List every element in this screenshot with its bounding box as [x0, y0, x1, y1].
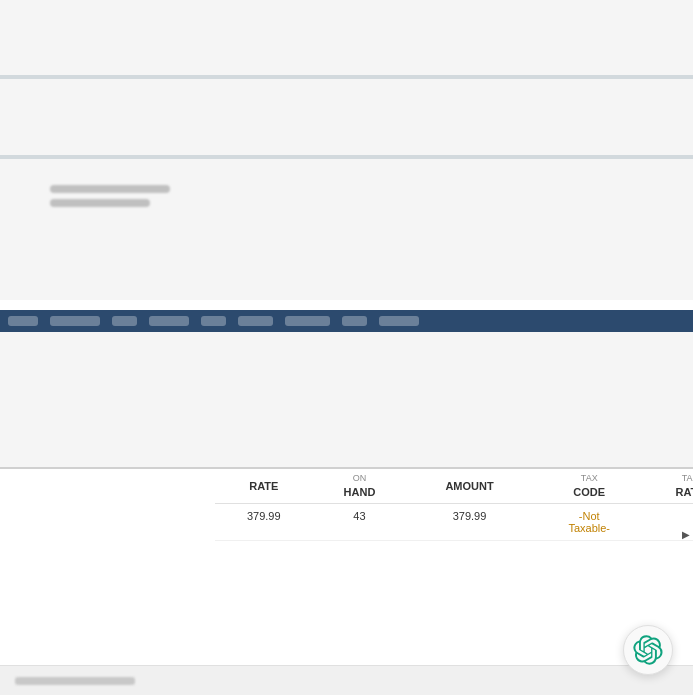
data-table: RATE ON HAND AMOUNT TAX CODE: [215, 469, 693, 541]
middle-section: [0, 332, 693, 467]
cell-amount: 379.99: [406, 503, 532, 540]
table-row[interactable]: 379.99 43 379.99 -NotTaxable- AvailableQ…: [215, 503, 693, 540]
table-section: RATE ON HAND AMOUNT TAX CODE: [0, 467, 693, 695]
chatgpt-icon: [633, 635, 663, 665]
table-container[interactable]: RATE ON HAND AMOUNT TAX CODE: [215, 469, 693, 541]
col-amount: AMOUNT: [406, 469, 532, 503]
blurred-line-2: [50, 199, 150, 207]
col-tax-code: TAX CODE: [533, 469, 646, 503]
table-header-row: RATE ON HAND AMOUNT TAX CODE: [215, 469, 693, 503]
cell-rate: 379.99: [215, 503, 313, 540]
nav-item-3[interactable]: [112, 316, 137, 326]
page-wrapper: RATE ON HAND AMOUNT TAX CODE: [0, 0, 693, 695]
nav-item-4[interactable]: [149, 316, 189, 326]
cell-tax-code: -NotTaxable-: [533, 503, 646, 540]
bottom-blurred-text: [15, 677, 135, 685]
chatgpt-fab-button[interactable]: [623, 625, 673, 675]
blurred-line-1: [50, 185, 170, 193]
nav-bar[interactable]: [0, 310, 693, 332]
nav-item-2[interactable]: [50, 316, 100, 326]
col-rate: RATE: [215, 469, 313, 503]
blurred-text-area: [50, 185, 180, 213]
cell-on-hand: 43: [313, 503, 407, 540]
nav-item-7[interactable]: [285, 316, 330, 326]
col-on-hand: ON HAND: [313, 469, 407, 503]
nav-item-1[interactable]: [8, 316, 38, 326]
top-bar-2: [0, 155, 693, 159]
scroll-right-arrow[interactable]: ▶: [679, 524, 693, 541]
top-bar-1: [0, 75, 693, 79]
nav-item-9[interactable]: [379, 316, 419, 326]
nav-item-5[interactable]: [201, 316, 226, 326]
nav-item-6[interactable]: [238, 316, 273, 326]
col-tax-rate: TAX RATE: [646, 469, 693, 503]
nav-item-8[interactable]: [342, 316, 367, 326]
top-section: [0, 0, 693, 300]
bottom-blurred-bar: [0, 665, 693, 695]
